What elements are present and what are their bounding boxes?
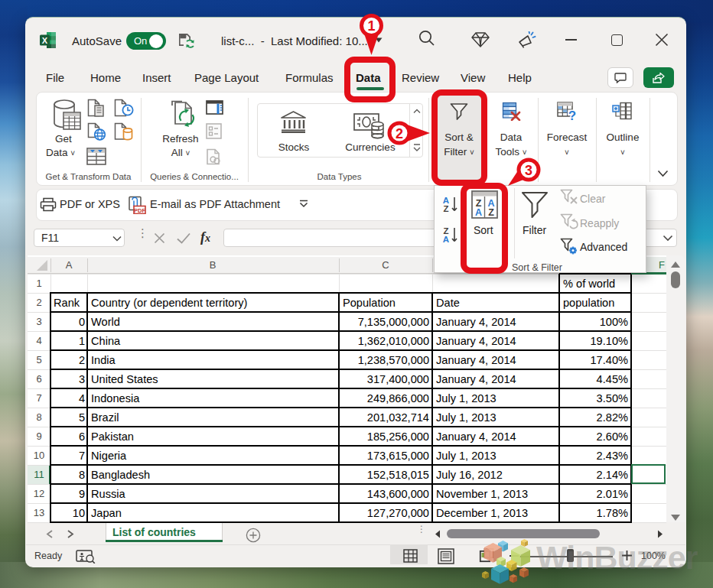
svg-text:3: 3 (525, 163, 532, 178)
svg-text:2: 2 (396, 126, 403, 141)
svg-text:1: 1 (367, 18, 375, 34)
